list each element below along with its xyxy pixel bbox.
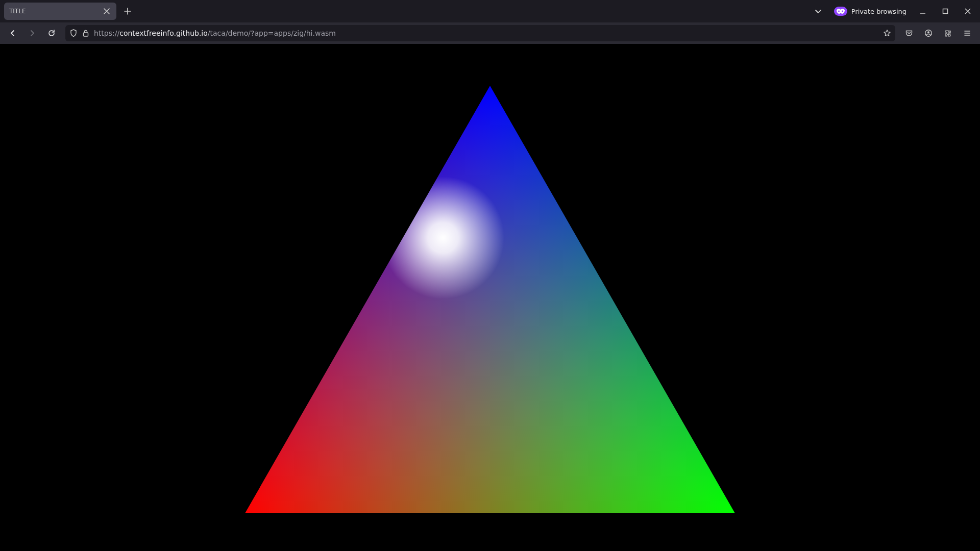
tab-strip: TITLE Private browsing: [0, 0, 980, 22]
bookmark-star-icon[interactable]: [883, 29, 891, 37]
url-scheme: https://: [94, 29, 119, 37]
forward-button[interactable]: [23, 24, 41, 42]
svg-point-0: [838, 11, 840, 12]
page-content[interactable]: [0, 44, 980, 551]
close-tab-icon[interactable]: [102, 7, 111, 16]
overflow-chevron-icon[interactable]: [810, 3, 827, 20]
svg-rect-10: [0, 44, 980, 551]
navigation-toolbar: https://contextfreeinfo.github.io/taca/d…: [0, 22, 980, 44]
window-minimize-button[interactable]: [914, 3, 932, 19]
pocket-button[interactable]: [900, 24, 918, 42]
demo-canvas[interactable]: [0, 44, 980, 551]
svg-point-1: [842, 11, 843, 12]
new-tab-button[interactable]: [119, 3, 136, 19]
lock-icon[interactable]: [82, 29, 90, 37]
account-button[interactable]: [920, 24, 937, 42]
shield-icon[interactable]: [69, 29, 78, 37]
back-button[interactable]: [4, 24, 21, 42]
browser-tab[interactable]: TITLE: [4, 3, 116, 20]
window-maximize-button[interactable]: [936, 3, 954, 19]
private-browsing-label: Private browsing: [851, 8, 906, 15]
url-text: https://contextfreeinfo.github.io/taca/d…: [94, 29, 336, 37]
reload-button[interactable]: [43, 24, 60, 42]
extensions-button[interactable]: [939, 24, 957, 42]
url-bar[interactable]: https://contextfreeinfo.github.io/taca/d…: [65, 25, 895, 41]
tab-title: TITLE: [9, 8, 26, 15]
private-browsing-indicator: Private browsing: [831, 5, 910, 18]
app-menu-button[interactable]: [959, 24, 976, 42]
svg-rect-2: [943, 9, 948, 14]
window-close-button[interactable]: [959, 3, 977, 19]
url-path: /taca/demo/?app=apps/zig/hi.wasm: [208, 29, 336, 37]
url-host: contextfreeinfo.github.io: [119, 29, 208, 37]
mask-icon: [834, 7, 847, 16]
svg-point-5: [927, 31, 929, 33]
svg-rect-3: [84, 33, 88, 36]
